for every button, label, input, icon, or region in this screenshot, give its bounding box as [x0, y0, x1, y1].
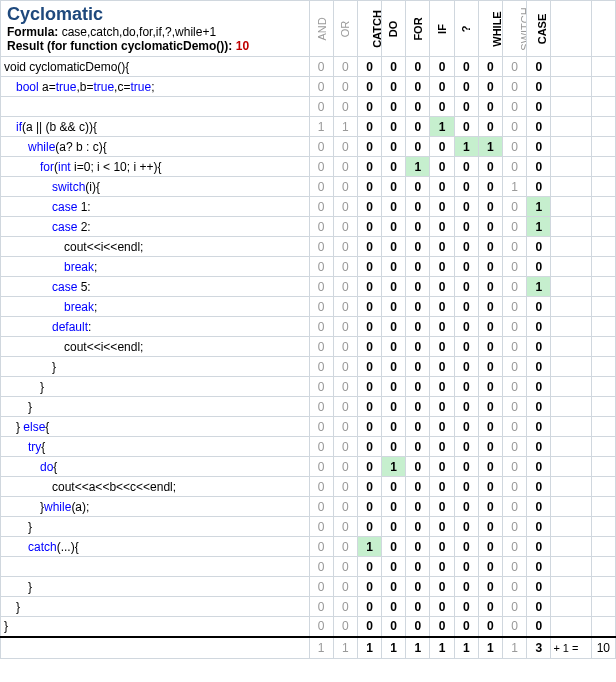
count-cell: 0	[478, 617, 502, 637]
count-cell: 0	[357, 437, 381, 457]
count-cell: 0	[406, 377, 430, 397]
count-cell: 0	[430, 217, 454, 237]
code-row: for(int i=0; i < 10; i ++){0000100000	[1, 157, 616, 177]
count-cell: 0	[357, 257, 381, 277]
count-cell: 0	[333, 157, 357, 177]
count-cell: 0	[333, 357, 357, 377]
count-cell: 0	[454, 457, 478, 477]
sum-cell: 1	[406, 637, 430, 659]
count-cell: 0	[527, 317, 551, 337]
count-cell: 0	[309, 357, 333, 377]
code-row: catch(...){0010000000	[1, 537, 616, 557]
formula-line: Formula: case,catch,do,for,if,?,while+1	[1, 25, 309, 39]
count-cell: 0	[478, 217, 502, 237]
count-cell: 0	[333, 57, 357, 77]
count-cell: 0	[430, 77, 454, 97]
count-cell: 0	[406, 317, 430, 337]
count-cell: 0	[527, 617, 551, 637]
count-cell: 0	[333, 537, 357, 557]
count-cell: 0	[430, 337, 454, 357]
count-cell: 0	[333, 137, 357, 157]
count-cell: 0	[454, 497, 478, 517]
count-cell: 0	[430, 457, 454, 477]
count-cell: 0	[309, 517, 333, 537]
code-cell: try{	[1, 437, 310, 457]
count-cell: 0	[454, 337, 478, 357]
count-cell: 0	[454, 197, 478, 217]
count-cell: 0	[527, 237, 551, 257]
count-cell: 0	[430, 57, 454, 77]
count-cell: 0	[527, 77, 551, 97]
count-cell: 0	[333, 377, 357, 397]
count-cell: 0	[503, 377, 527, 397]
count-cell: 0	[503, 517, 527, 537]
count-cell: 0	[478, 497, 502, 517]
code-cell: break;	[1, 297, 310, 317]
col-header-catch: CATCH	[357, 1, 381, 57]
count-cell: 0	[382, 237, 406, 257]
count-cell: 0	[454, 557, 478, 577]
count-cell: 0	[527, 337, 551, 357]
count-cell: 0	[309, 577, 333, 597]
code-row: break;0000000000	[1, 297, 616, 317]
count-cell: 0	[478, 297, 502, 317]
count-cell: 0	[430, 377, 454, 397]
count-cell: 0	[478, 357, 502, 377]
col-header-do: DO	[382, 1, 406, 57]
count-cell: 0	[357, 317, 381, 337]
count-cell: 0	[406, 237, 430, 257]
count-cell: 0	[382, 97, 406, 117]
count-cell: 0	[333, 417, 357, 437]
count-cell: 0	[357, 457, 381, 477]
count-cell: 1	[503, 177, 527, 197]
count-cell: 0	[309, 217, 333, 237]
count-cell: 0	[454, 597, 478, 617]
count-cell: 0	[333, 457, 357, 477]
count-cell: 0	[406, 357, 430, 377]
count-cell: 0	[527, 97, 551, 117]
sum-cell: 1	[478, 637, 502, 659]
count-cell: 0	[430, 397, 454, 417]
count-cell: 0	[382, 317, 406, 337]
code-row: switch(i){0000000010	[1, 177, 616, 197]
count-cell: 0	[478, 77, 502, 97]
count-cell: 0	[527, 377, 551, 397]
count-cell: 0	[333, 597, 357, 617]
count-cell: 0	[454, 437, 478, 457]
count-cell: 0	[357, 557, 381, 577]
count-cell: 0	[430, 557, 454, 577]
count-cell: 0	[478, 477, 502, 497]
count-cell: 0	[357, 577, 381, 597]
count-cell: 0	[503, 97, 527, 117]
count-cell: 0	[357, 57, 381, 77]
count-cell: 0	[503, 417, 527, 437]
count-cell: 0	[430, 197, 454, 217]
col-header-for: FOR	[406, 1, 430, 57]
count-cell: 0	[478, 257, 502, 277]
count-cell: 0	[382, 397, 406, 417]
count-cell: 0	[406, 277, 430, 297]
count-cell: 0	[382, 257, 406, 277]
col-header-switch: SWITCH	[503, 1, 527, 57]
count-cell: 0	[382, 577, 406, 597]
count-cell: 0	[503, 297, 527, 317]
count-cell: 0	[406, 217, 430, 237]
count-cell: 1	[527, 197, 551, 217]
code-cell: }	[1, 517, 310, 537]
count-cell: 0	[333, 277, 357, 297]
count-cell: 0	[454, 477, 478, 497]
count-cell: 0	[503, 117, 527, 137]
count-cell: 0	[527, 357, 551, 377]
count-cell: 0	[406, 617, 430, 637]
count-cell: 0	[454, 297, 478, 317]
count-cell: 0	[357, 357, 381, 377]
count-cell: 0	[357, 217, 381, 237]
code-row: 0000000000	[1, 557, 616, 577]
count-cell: 0	[527, 297, 551, 317]
count-cell: 0	[454, 417, 478, 437]
count-cell: 0	[406, 257, 430, 277]
code-cell: default:	[1, 317, 310, 337]
sum-row: 1111111113+ 1 =10	[1, 637, 616, 659]
result-line: Result (for function cyclomaticDemo()): …	[1, 39, 309, 53]
count-cell: 0	[503, 537, 527, 557]
